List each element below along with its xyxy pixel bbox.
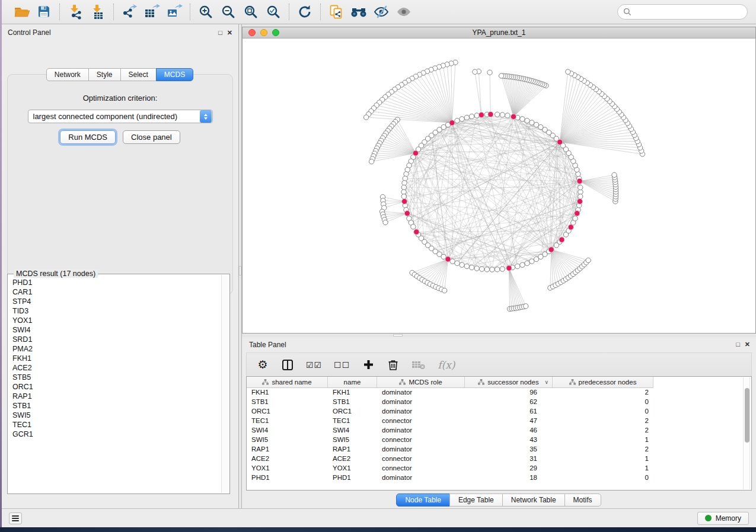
mcds-result-item[interactable]: FKH1 <box>9 354 221 363</box>
network-node[interactable] <box>464 115 469 120</box>
network-node[interactable] <box>455 261 460 265</box>
table-row[interactable]: STB1STB1dominator620 <box>247 398 653 407</box>
refresh-view-icon[interactable] <box>294 2 316 21</box>
mcds-dominator-node[interactable] <box>449 120 455 126</box>
network-node[interactable] <box>529 259 534 264</box>
close-panel-icon[interactable]: ✕ <box>227 30 232 36</box>
network-node[interactable] <box>534 122 538 127</box>
mcds-result-scrollbar[interactable] <box>221 275 229 493</box>
function-builder-icon[interactable]: f(x) <box>438 357 455 373</box>
mcds-dominator-node[interactable] <box>413 150 418 156</box>
network-node[interactable] <box>525 261 529 265</box>
mcds-result-item[interactable]: PHD1 <box>9 278 221 287</box>
table-row[interactable]: YOX1YOX1connector291 <box>247 464 653 473</box>
close-panel-button[interactable]: Close panel <box>123 130 180 144</box>
mcds-result-item[interactable]: TID3 <box>9 306 221 316</box>
show-graphics-details-icon[interactable] <box>393 2 415 21</box>
network-node[interactable] <box>363 115 368 120</box>
table-row[interactable]: RAP1RAP1dominator352 <box>247 445 653 454</box>
mcds-result-item[interactable]: YOX1 <box>9 316 221 325</box>
column-header-name[interactable]: name <box>328 377 377 387</box>
mcds-result-item[interactable]: STP4 <box>9 297 221 306</box>
memory-button[interactable]: Memory <box>697 512 749 525</box>
network-node[interactable] <box>612 172 617 177</box>
mcds-result-item[interactable]: ACE2 <box>9 363 221 373</box>
mcds-result-item[interactable]: ORC1 <box>9 382 221 392</box>
network-node[interactable] <box>515 264 520 268</box>
zoom-in-icon[interactable] <box>194 2 217 21</box>
tab-edge-table[interactable]: Edge Table <box>449 493 503 507</box>
run-mcds-button[interactable]: Run MCDS <box>60 130 116 144</box>
tab-mcds[interactable]: MCDS <box>156 68 193 81</box>
import-network-icon[interactable] <box>64 2 87 21</box>
mcds-dominator-node[interactable] <box>445 257 451 262</box>
network-node[interactable] <box>525 118 529 123</box>
table-row[interactable]: ACE2ACE2connector311 <box>247 454 653 464</box>
mcds-dominator-node[interactable] <box>479 112 484 117</box>
network-node[interactable] <box>484 267 489 272</box>
network-node[interactable] <box>455 118 460 123</box>
table-row[interactable]: SWI5SWI5connector431 <box>247 435 653 445</box>
network-node[interactable] <box>499 73 503 78</box>
export-network-icon[interactable] <box>118 2 141 21</box>
table-scrollbar[interactable] <box>743 377 750 489</box>
mcds-dominator-node[interactable] <box>548 247 554 252</box>
network-node[interactable] <box>411 225 416 229</box>
mcds-dominator-node[interactable] <box>568 225 573 230</box>
mcds-dominator-node[interactable] <box>402 198 407 204</box>
network-node[interactable] <box>586 258 591 262</box>
open-file-icon[interactable] <box>10 2 33 21</box>
mcds-result-item[interactable]: SRD1 <box>9 335 221 344</box>
mcds-result-item[interactable]: STB1 <box>9 401 221 411</box>
mcds-dominator-node[interactable] <box>577 178 582 184</box>
float-panel-icon[interactable]: □ <box>736 341 740 348</box>
first-neighbors-icon[interactable] <box>347 2 370 21</box>
mcds-result-list[interactable]: PHD1CAR1STP4TID3YOX1SWI4SRD1PMA2FKH1ACE2… <box>9 278 221 492</box>
network-node[interactable] <box>566 69 570 74</box>
network-graph-canvas[interactable] <box>243 39 755 333</box>
network-node[interactable] <box>578 194 583 198</box>
tab-network[interactable]: Network <box>46 68 89 81</box>
save-session-icon[interactable] <box>33 2 55 21</box>
import-table-icon[interactable] <box>87 2 109 21</box>
mcds-dominator-node[interactable] <box>506 265 512 271</box>
close-panel-icon[interactable]: ✕ <box>745 341 750 348</box>
network-node[interactable] <box>495 267 499 272</box>
network-node[interactable] <box>495 112 499 117</box>
network-node[interactable] <box>402 181 407 185</box>
mcds-dominator-node[interactable] <box>404 211 410 216</box>
network-node[interactable] <box>460 262 464 267</box>
network-node[interactable] <box>383 220 388 225</box>
mcds-result-item[interactable]: CAR1 <box>9 287 221 297</box>
float-panel-icon[interactable]: □ <box>218 30 222 36</box>
splitter-grip[interactable] <box>239 266 241 275</box>
network-node[interactable] <box>490 267 495 272</box>
network-node[interactable] <box>573 216 578 221</box>
table-row[interactable]: PHD1PHD1dominator180 <box>247 473 653 483</box>
search-box[interactable] <box>617 4 748 20</box>
export-table-icon[interactable] <box>141 2 163 21</box>
zoom-fit-icon[interactable] <box>240 2 262 21</box>
network-node[interactable] <box>403 176 407 181</box>
mcds-result-item[interactable]: RAP1 <box>9 392 221 401</box>
network-view-titlebar[interactable]: YPA_prune.txt_1 <box>243 27 755 39</box>
column-header-successor-nodes[interactable]: successor nodes ∨ <box>465 377 553 387</box>
network-node[interactable] <box>401 194 406 198</box>
mcds-result-item[interactable]: STB5 <box>9 373 221 382</box>
table-scrollbar-thumb[interactable] <box>745 388 749 443</box>
mcds-result-item[interactable]: PMA2 <box>9 344 221 354</box>
mcds-result-item[interactable]: SWI5 <box>9 411 221 420</box>
network-node[interactable] <box>578 185 583 190</box>
network-node[interactable] <box>473 69 477 74</box>
network-node[interactable] <box>369 159 374 164</box>
network-node[interactable] <box>464 264 469 268</box>
network-node[interactable] <box>474 266 479 271</box>
mcds-result-item[interactable]: TEC1 <box>9 420 221 430</box>
zoom-out-icon[interactable] <box>217 2 240 21</box>
network-node[interactable] <box>442 288 446 293</box>
network-node[interactable] <box>500 267 505 271</box>
network-node[interactable] <box>469 265 474 270</box>
deselect-all-icon[interactable]: ☐☐ <box>334 357 350 373</box>
criterion-dropdown[interactable]: largest connected component (undirected) <box>28 110 213 123</box>
table-row[interactable]: TEC1TEC1connector472 <box>247 416 653 426</box>
